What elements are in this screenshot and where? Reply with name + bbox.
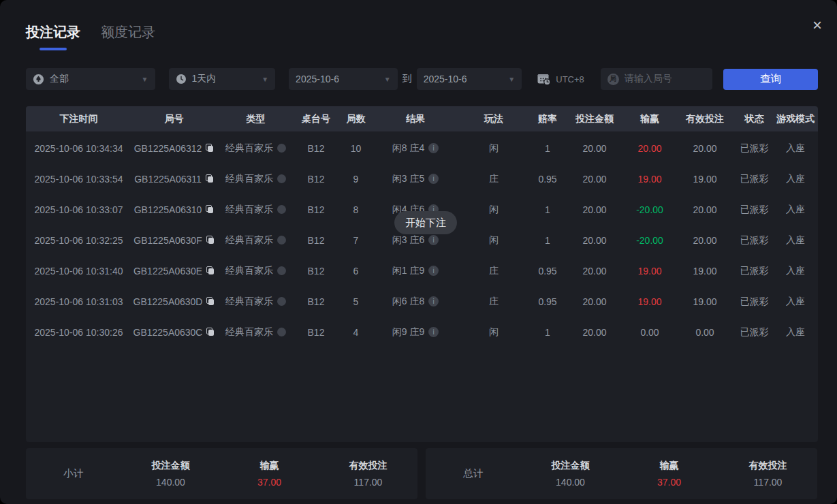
win-loss-cell: -20.00 — [625, 235, 674, 246]
game-type-select[interactable]: 全部 ▼ — [26, 68, 155, 90]
table-row: 2025-10-06 10:34:34 GB1225A06312 经典百家乐 B… — [26, 133, 818, 163]
copy-icon[interactable] — [206, 144, 214, 153]
info-icon[interactable]: i — [428, 174, 439, 184]
total-win-stat: 输赢 37.00 — [620, 460, 718, 488]
date-to-picker[interactable]: 2025-10-6 ▼ — [417, 68, 522, 90]
table-no-cell: B12 — [295, 204, 337, 215]
table-row: 2025-10-06 10:33:54 GB1225A06311 经典百家乐 B… — [26, 163, 818, 194]
filter-bar: 全部 ▼ 1天内 ▼ 2025-10-6 ▼ 到 2025-10-6 ▼ UTC… — [26, 68, 818, 90]
game-type-cell: 经典百家乐 — [217, 142, 295, 155]
info-icon[interactable]: i — [428, 266, 439, 276]
timezone-label: UTC+8 — [556, 74, 584, 84]
win-loss-cell: 19.00 — [625, 174, 674, 185]
status-cell: 已派彩 — [736, 204, 773, 216]
result-cell: 闲6 庄8 i — [375, 296, 456, 308]
round-input-placeholder: 请输入局号 — [625, 73, 672, 85]
game-type-dot-icon — [277, 174, 286, 183]
bet-record-dialog: 投注记录 额度记录 × 全部 ▼ 1天内 ▼ 2025-10-6 ▼ — [0, 0, 837, 504]
header-cell: 赔率 — [531, 113, 564, 125]
odds-cell: 0.95 — [531, 296, 564, 307]
game-type-dot-icon — [277, 236, 286, 245]
bet-time-cell: 2025-10-06 10:33:07 — [26, 204, 131, 215]
round-id-cell: GB1225A0630F — [131, 235, 217, 246]
calendar-clock-icon — [537, 72, 551, 86]
info-icon[interactable]: i — [428, 327, 439, 337]
win-loss-cell: 20.00 — [625, 143, 674, 154]
summary-row: 小计 投注金额 140.00 输赢 37.00 有效投注 117.00 总计 — [26, 448, 817, 499]
game-type-cell: 经典百家乐 — [217, 265, 295, 277]
header-cell: 输赢 — [625, 113, 674, 125]
bet-records-table: 下注时间局号类型桌台号局数结果玩法赔率投注金额输赢有效投注状态游戏模式 2025… — [26, 106, 818, 442]
tab-label: 投注记录 — [26, 23, 80, 48]
header-cell: 状态 — [736, 113, 773, 125]
close-icon[interactable]: × — [807, 15, 827, 35]
odds-cell: 0.95 — [531, 266, 564, 277]
tab-label: 额度记录 — [101, 23, 155, 48]
game-type-cell: 经典百家乐 — [217, 173, 295, 185]
bet-time-cell: 2025-10-06 10:32:25 — [26, 235, 131, 246]
play-cell: 庄 — [456, 173, 531, 185]
bet-amount-cell: 20.00 — [564, 174, 625, 185]
chevron-down-icon: ▼ — [138, 76, 148, 83]
header-cell: 局号 — [131, 113, 217, 125]
info-icon[interactable]: i — [428, 235, 439, 245]
result-cell: 闲3 庄5 i — [375, 173, 456, 185]
game-mode-cell: 入座 — [773, 234, 818, 247]
chevron-down-icon: ▼ — [380, 76, 391, 83]
time-range-value: 1天内 — [192, 73, 217, 85]
query-button[interactable]: 查询 — [723, 69, 818, 90]
round-count-cell: 4 — [337, 327, 375, 338]
time-range-select[interactable]: 1天内 ▼ — [169, 68, 276, 90]
total-label: 总计 — [426, 467, 521, 480]
game-mode-cell: 入座 — [773, 265, 818, 277]
round-count-cell: 9 — [337, 174, 375, 185]
active-tab-underline — [40, 48, 67, 50]
round-id-cell: GB1225A0630C — [131, 327, 217, 338]
chevron-down-icon: ▼ — [257, 76, 268, 83]
copy-icon[interactable] — [206, 328, 215, 336]
info-icon[interactable]: i — [428, 143, 439, 153]
date-from-picker[interactable]: 2025-10-6 ▼ — [289, 68, 398, 90]
status-cell: 已派彩 — [736, 326, 773, 338]
subtotal-bet-stat: 投注金额 140.00 — [121, 460, 220, 488]
copy-icon[interactable] — [206, 266, 215, 275]
table-no-cell: B12 — [295, 327, 337, 338]
play-cell: 闲 — [456, 234, 531, 247]
play-cell: 庄 — [456, 265, 531, 277]
status-cell: 已派彩 — [736, 234, 773, 247]
odds-cell: 0.95 — [531, 174, 564, 185]
game-type-cell: 经典百家乐 — [217, 326, 295, 338]
bet-amount-cell: 20.00 — [564, 204, 625, 215]
game-mode-cell: 入座 — [773, 296, 818, 308]
game-type-dot-icon — [277, 144, 286, 153]
copy-icon[interactable] — [206, 205, 214, 214]
header-cell: 投注金额 — [564, 113, 625, 125]
copy-icon[interactable] — [206, 297, 215, 306]
round-id-cell: GB1225A06311 — [131, 174, 217, 185]
result-cell: 闲9 庄9 i — [375, 326, 456, 338]
valid-bet-cell: 0.00 — [674, 327, 736, 338]
game-type-dot-icon — [277, 266, 286, 275]
header-cell: 桌台号 — [295, 113, 337, 125]
copy-icon[interactable] — [206, 236, 215, 245]
date-from-value: 2025-10-6 — [296, 74, 339, 84]
bet-amount-cell: 20.00 — [564, 296, 625, 307]
info-icon[interactable]: i — [428, 296, 439, 306]
table-row: 2025-10-06 10:31:40 GB1225A0630E 经典百家乐 B… — [26, 255, 818, 286]
bet-time-cell: 2025-10-06 10:34:34 — [26, 143, 131, 154]
status-cell: 已派彩 — [736, 296, 773, 308]
copy-icon[interactable] — [206, 174, 214, 183]
game-type-dot-icon — [277, 205, 286, 214]
tab-quota-records[interactable]: 额度记录 — [101, 23, 155, 48]
valid-bet-cell: 20.00 — [674, 204, 736, 215]
round-id-input[interactable]: 局 请输入局号 — [601, 68, 713, 90]
win-loss-cell: -20.00 — [625, 204, 674, 215]
win-loss-cell: 19.00 — [625, 266, 674, 277]
tab-bet-records[interactable]: 投注记录 — [26, 23, 80, 50]
game-mode-cell: 入座 — [773, 173, 818, 185]
win-loss-cell: 19.00 — [625, 296, 674, 307]
round-count-cell: 8 — [337, 204, 375, 215]
table-body: 2025-10-06 10:34:34 GB1225A06312 经典百家乐 B… — [26, 131, 818, 347]
round-count-cell: 6 — [337, 266, 375, 277]
subtotal-label: 小计 — [26, 467, 121, 480]
